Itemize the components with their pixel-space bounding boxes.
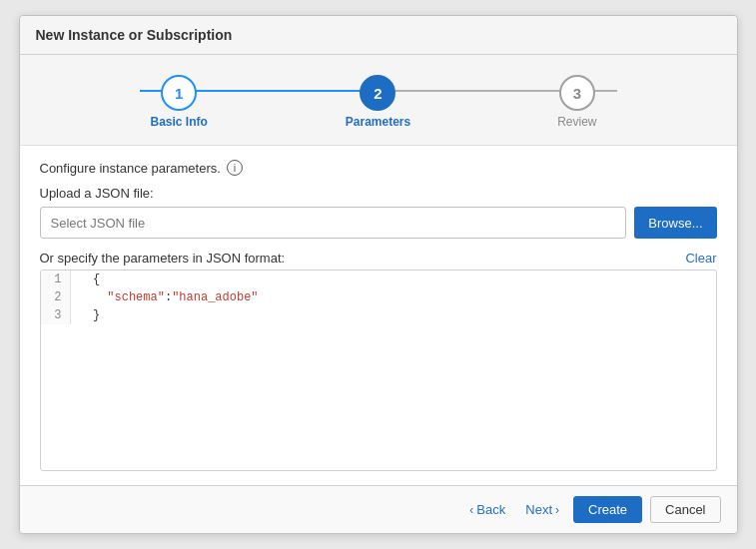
next-label: Next (525, 502, 552, 517)
json-file-input[interactable] (40, 207, 627, 239)
content-area: Configure instance parameters. i Upload … (20, 146, 737, 485)
back-chevron-icon: ‹ (469, 503, 473, 517)
dialog-footer: ‹ Back Next › Create Cancel (20, 485, 737, 533)
next-button[interactable]: Next › (519, 497, 565, 522)
line-content-2: "schema":"hana_adobe" (71, 288, 716, 306)
step-2-circle: 2 (360, 75, 395, 111)
back-label: Back (476, 502, 505, 517)
step-1: 1 Basic Info (80, 75, 279, 129)
step-2-label: Parameters (346, 115, 410, 129)
browse-button[interactable]: Browse... (634, 207, 716, 239)
stepper: 1 Basic Info 2 Parameters 3 Review (20, 55, 737, 146)
step-2-number: 2 (374, 85, 381, 102)
configure-label: Configure instance parameters. i (40, 160, 717, 176)
line-num-1: 1 (41, 271, 71, 288)
step-3-label: Review (557, 115, 596, 129)
json-format-label: Or specify the parameters in JSON format… (40, 251, 286, 266)
code-line-3: 3 } (41, 306, 716, 324)
line-content-1: { (71, 271, 716, 288)
code-line-2: 2 "schema":"hana_adobe" (41, 288, 716, 306)
step-1-number: 1 (175, 85, 183, 102)
dialog-header: New Instance or Subscription (20, 16, 737, 55)
step-1-label: Basic Info (150, 115, 207, 129)
cancel-button[interactable]: Cancel (650, 496, 720, 523)
configure-text: Configure instance parameters. (40, 161, 221, 176)
step-3-circle: 3 (559, 75, 595, 111)
clear-button[interactable]: Clear (685, 251, 716, 266)
back-button[interactable]: ‹ Back (463, 497, 511, 522)
step-3: 3 Review (477, 75, 676, 129)
info-icon[interactable]: i (227, 160, 243, 176)
line-num-2: 2 (41, 288, 71, 306)
code-editor[interactable]: 1 { 2 "schema":"hana_adobe" 3 } (40, 270, 717, 471)
code-line-1: 1 { (41, 271, 716, 288)
dialog: New Instance or Subscription 1 Basic Inf… (19, 15, 738, 534)
upload-label: Upload a JSON file: (40, 186, 717, 201)
line-num-3: 3 (41, 306, 71, 324)
dialog-body: 1 Basic Info 2 Parameters 3 Review (20, 55, 737, 485)
dialog-title: New Instance or Subscription (36, 27, 233, 43)
step-3-number: 3 (573, 85, 581, 102)
json-section-header: Or specify the parameters in JSON format… (40, 251, 717, 266)
next-chevron-icon: › (555, 503, 559, 517)
line-content-3: } (71, 306, 716, 324)
create-button[interactable]: Create (573, 496, 642, 523)
step-1-circle: 1 (161, 75, 197, 111)
step-2: 2 Parameters (279, 75, 477, 129)
upload-row: Browse... (40, 207, 717, 239)
